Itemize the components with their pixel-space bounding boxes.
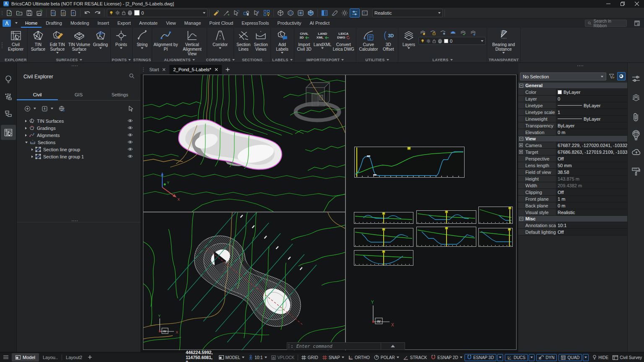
- visibility-eye-icon[interactable]: [127, 147, 133, 151]
- close-icon[interactable]: [215, 68, 218, 71]
- tab-drafting[interactable]: Drafting: [42, 18, 66, 28]
- prop-row-clipping[interactable]: ClippingOff: [518, 189, 627, 196]
- status-dyn[interactable]: DYN: [536, 354, 557, 361]
- import-item-caret-icon[interactable]: [51, 108, 53, 109]
- doc-tab-start[interactable]: Start: [145, 65, 169, 74]
- layer-check-icon[interactable]: [460, 30, 466, 36]
- panel-splitter[interactable]: [17, 222, 140, 222]
- layers-button[interactable]: Layers: [399, 28, 418, 57]
- select-previous-icon[interactable]: [242, 9, 251, 17]
- tab-ai-predict[interactable]: AI Predict: [305, 18, 334, 28]
- visibility-eye-icon[interactable]: [127, 119, 133, 123]
- attachments-paperclip-icon[interactable]: [632, 112, 640, 122]
- alignment-by-pi-button[interactable]: Alignment by PI: [153, 28, 179, 57]
- maximize-button[interactable]: [615, 0, 630, 8]
- tree-item-sections[interactable]: Sections: [17, 139, 140, 146]
- expand-chevron-icon[interactable]: [25, 134, 27, 137]
- import-civil3d-button[interactable]: CIVIL3D Import Civil 3D: [295, 28, 313, 57]
- tab-view[interactable]: View: [162, 18, 180, 28]
- settings-gear-icon[interactable]: [340, 9, 349, 17]
- layer-combo[interactable]: 0: [107, 9, 208, 17]
- status-annotation-scale[interactable]: 10:1: [247, 354, 269, 361]
- ribbon-layer-combo[interactable]: 0: [418, 37, 486, 45]
- dropdown-caret-icon[interactable]: [78, 52, 80, 54]
- ducs-caret[interactable]: [529, 354, 535, 361]
- visibility-eye-icon[interactable]: [127, 126, 133, 130]
- tab-point-cloud[interactable]: Point Cloud: [205, 18, 237, 28]
- layers-panel-icon[interactable]: [631, 93, 641, 102]
- drawing-explorer-icon[interactable]: [320, 9, 329, 17]
- tab-civil[interactable]: Civil: [17, 89, 58, 100]
- prop-row-perspective[interactable]: PerspectiveOff: [518, 155, 627, 162]
- dropdown-caret-icon[interactable]: [120, 47, 122, 49]
- structure-panel-toggle-icon[interactable]: [350, 9, 359, 17]
- prop-row-transparency[interactable]: TransparencyByLayer: [518, 122, 627, 129]
- prop-row-height[interactable]: Height143.875 m: [518, 176, 627, 182]
- filter-icon[interactable]: [609, 73, 615, 80]
- status-hide[interactable]: HIDE: [590, 354, 610, 361]
- save-as-icon[interactable]: [35, 9, 44, 17]
- section-header-general[interactable]: General: [518, 83, 627, 89]
- bearing-distance-button[interactable]: Bearing and Distance: [488, 28, 519, 57]
- prop-row-linetype-scale[interactable]: Linetype scale1: [518, 109, 627, 116]
- eyedropper-icon[interactable]: [222, 9, 231, 17]
- section-view-chart-main[interactable]: [354, 147, 465, 178]
- dropdown-caret-icon[interactable]: [56, 52, 59, 54]
- close-button[interactable]: [630, 0, 644, 8]
- civil-explorer-panel-icon[interactable]: [1, 125, 16, 140]
- new-doc-tab-button[interactable]: [222, 65, 234, 74]
- quick-select-button[interactable]: [617, 72, 626, 80]
- section-view-chart-3[interactable]: [478, 207, 513, 224]
- attach-survey-icon[interactable]: [59, 106, 65, 112]
- search-icon[interactable]: [129, 73, 135, 79]
- statusbar-menu-icon[interactable]: [3, 355, 8, 359]
- section-view-chart-4[interactable]: [354, 228, 413, 247]
- prop-row-elevation[interactable]: Elevation0 m: [518, 129, 627, 136]
- visibility-eye-icon[interactable]: [127, 140, 133, 144]
- dropdown-caret-icon[interactable]: [321, 47, 324, 49]
- collapse-chevron-icon[interactable]: [25, 142, 28, 143]
- open-drawing-icon[interactable]: [15, 9, 24, 17]
- section-lines-button[interactable]: Section Lines: [235, 28, 252, 57]
- save-icon[interactable]: [25, 9, 34, 17]
- status-snap[interactable]: SNAP: [320, 354, 346, 361]
- import-item-icon[interactable]: [42, 106, 48, 112]
- dropdown-caret-icon[interactable]: [502, 52, 505, 54]
- tab-manage[interactable]: Manage: [180, 18, 205, 28]
- tab-productivity[interactable]: Productivity: [273, 18, 306, 28]
- quad-caret[interactable]: [583, 354, 589, 361]
- prop-row-linetype[interactable]: LinetypeByLayer: [518, 102, 627, 109]
- view-look-from-icon[interactable]: [296, 9, 305, 17]
- layer-lock-tool-icon[interactable]: [430, 30, 436, 36]
- 3d-offset-button[interactable]: 3D 3D Offset: [379, 28, 397, 57]
- tips-bulb-icon[interactable]: [1, 72, 16, 87]
- layer-isolate-icon[interactable]: [420, 30, 426, 36]
- status-vplock[interactable]: VPLOCK: [269, 354, 297, 361]
- visual-style-combo[interactable]: Realistic: [372, 9, 443, 17]
- esnap-3d-caret[interactable]: [497, 354, 503, 361]
- status-polar[interactable]: POLAR: [372, 354, 401, 361]
- close-icon[interactable]: [162, 68, 166, 71]
- section-view-chart-2[interactable]: [416, 210, 476, 224]
- status-strack[interactable]: STRACK: [401, 354, 429, 361]
- coordinates-display[interactable]: 446224.5992, 114750.6081, 0: [186, 350, 213, 362]
- app-menu-button[interactable]: [3, 20, 11, 27]
- viewport-3d-model[interactable]: Y X: [143, 75, 345, 212]
- section-views-button[interactable]: Section Views: [252, 28, 270, 57]
- ribbon-grip[interactable]: [0, 28, 4, 62]
- select-cursor-icon[interactable]: [128, 106, 134, 111]
- expand-chevron-icon[interactable]: [25, 127, 27, 129]
- layer-freeze-tool-icon[interactable]: [440, 30, 446, 36]
- tree-item-section-line-group-1[interactable]: Section line group 1: [17, 153, 140, 160]
- layout-tab-model[interactable]: Model: [12, 353, 39, 362]
- tab-expresstools[interactable]: ExpressTools: [237, 18, 273, 28]
- ribbon-config-icon[interactable]: [634, 20, 640, 26]
- select-window-icon[interactable]: [232, 9, 241, 17]
- layer-add-icon[interactable]: [470, 30, 476, 36]
- layer-states-icon[interactable]: [450, 30, 456, 36]
- tree-item-alignments[interactable]: Alignments: [17, 132, 140, 139]
- status-model-space[interactable]: MODEL: [217, 354, 247, 361]
- command-bar[interactable]: : Enter command: [287, 342, 405, 350]
- render-balloon-icon[interactable]: [631, 130, 641, 141]
- section-header-misc[interactable]: Misc: [518, 216, 627, 222]
